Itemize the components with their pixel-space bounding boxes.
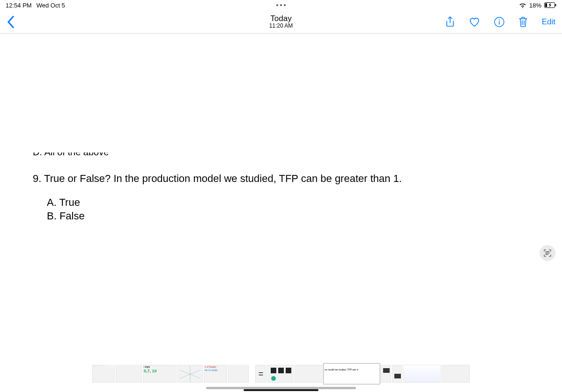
svg-point-14 (271, 376, 276, 381)
thumbnail[interactable] (442, 365, 470, 383)
svg-rect-1 (555, 4, 556, 7)
thumbnail[interactable] (177, 365, 203, 383)
thumbnail[interactable] (228, 365, 249, 383)
battery-percent: 18% (529, 2, 541, 9)
thumbnail[interactable]: s of Supply aw of supply (204, 365, 227, 383)
nav-bar: Today 11:20 AM Edit (0, 10, 562, 34)
doc-question: 9. True or False? In the production mode… (33, 173, 402, 185)
delete-button[interactable] (518, 16, 528, 28)
svg-rect-2 (545, 3, 547, 7)
svg-rect-16 (394, 374, 401, 378)
status-date: Wed Oct 5 (37, 2, 65, 9)
photo-viewer[interactable]: D. All of the above 9. True or False? In… (0, 34, 562, 364)
svg-rect-15 (383, 368, 390, 373)
battery-charging-icon (544, 2, 556, 8)
wifi-icon (519, 2, 526, 8)
status-bar: 12:54 PM Wed Oct 5 18% (0, 0, 562, 10)
home-indicator[interactable] (244, 389, 318, 391)
thumbnail[interactable] (267, 365, 294, 383)
thumbnail[interactable] (392, 365, 402, 383)
back-button[interactable] (7, 16, 15, 28)
thumbnail[interactable] (116, 365, 142, 383)
favorite-button[interactable] (469, 17, 480, 27)
share-button[interactable] (445, 16, 455, 28)
svg-line-5 (190, 370, 200, 374)
multitask-dots[interactable] (276, 4, 286, 6)
nav-title-group: Today 11:20 AM (269, 15, 293, 29)
nav-subtitle: 11:20 AM (269, 23, 293, 29)
info-button[interactable] (494, 17, 504, 27)
thumbnail[interactable]: = (255, 365, 266, 383)
thumbnail-selected[interactable]: on model we studied, TFP can b (324, 363, 380, 384)
thumbnail-strip[interactable]: i digit( 0,7, 10 s of Supply aw of suppl… (0, 362, 562, 385)
doc-prev-option: D. All of the above (33, 150, 402, 160)
doc-option-a: A. True (47, 196, 402, 210)
svg-line-8 (180, 374, 190, 378)
svg-point-4 (499, 19, 500, 20)
nav-title: Today (269, 15, 293, 23)
svg-rect-11 (271, 368, 276, 373)
thumbnail[interactable] (295, 365, 323, 383)
edit-button[interactable]: Edit (542, 17, 555, 27)
live-text-button[interactable] (540, 245, 555, 261)
thumbnail[interactable] (381, 365, 391, 383)
svg-line-7 (180, 370, 190, 374)
svg-line-6 (190, 374, 200, 378)
svg-rect-12 (278, 368, 284, 373)
doc-option-b: B. False (47, 210, 402, 223)
thumbnail[interactable]: i digit( 0,7, 10 (143, 365, 176, 383)
status-time: 12:54 PM (6, 2, 32, 9)
thumbnail[interactable] (403, 365, 441, 383)
svg-rect-13 (286, 368, 291, 373)
thumbnail[interactable] (92, 365, 115, 383)
